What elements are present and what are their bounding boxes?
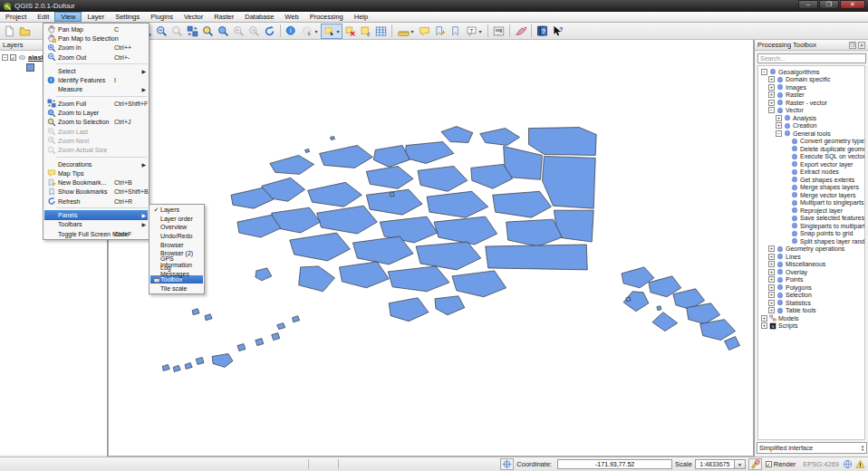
- menu-item-zoom-actual-size[interactable]: Zoom Actual Size: [44, 146, 148, 155]
- map-polygon[interactable]: [256, 268, 272, 281]
- tree-item-singleparts-to-multipart[interactable]: Singleparts to multipart: [758, 222, 864, 230]
- measure-icon[interactable]: ▾: [395, 24, 417, 39]
- map-polygon[interactable]: [270, 155, 314, 174]
- menu-item-zoom-to-selection[interactable]: Zoom to SelectionCtrl+J: [44, 118, 148, 127]
- tree-item-reproject-layer[interactable]: Reproject layer: [758, 207, 864, 215]
- tree-expander[interactable]: −: [768, 107, 775, 113]
- tree-item-raster[interactable]: +Raster: [758, 91, 864, 100]
- tree-expander[interactable]: +: [768, 84, 775, 91]
- map-polygon[interactable]: [506, 219, 563, 246]
- map-polygon[interactable]: [212, 353, 233, 367]
- map-polygon[interactable]: [305, 149, 310, 152]
- tree-expander[interactable]: +: [768, 269, 775, 275]
- menu-item-zoom-last[interactable]: Zoom Last: [44, 127, 148, 136]
- submenu-item-log-messages[interactable]: Log Messages: [150, 266, 203, 275]
- map-polygon[interactable]: [192, 309, 199, 315]
- tree-item-table-tools[interactable]: +Table tools: [758, 307, 864, 315]
- tree-expander[interactable]: +: [761, 315, 767, 322]
- menu-item-panels[interactable]: Panels▶: [44, 210, 148, 219]
- map-polygon[interactable]: [427, 191, 488, 217]
- tree-item-polygons[interactable]: +Polygons: [758, 284, 864, 292]
- menubar-item-raster[interactable]: Raster: [208, 12, 239, 22]
- tree-item-statistics[interactable]: +Statistics: [758, 299, 864, 307]
- menubar-item-vector[interactable]: Vector: [178, 12, 208, 22]
- map-polygon[interactable]: [256, 339, 264, 346]
- tree-item-export-vector-layer[interactable]: Export vector layer: [758, 160, 864, 168]
- attribute-table-icon[interactable]: [373, 24, 389, 39]
- menu-item-decorations[interactable]: Decorations▶: [44, 159, 148, 168]
- tree-expander[interactable]: −: [761, 69, 767, 75]
- menubar-item-plugins[interactable]: Plugins: [145, 12, 178, 22]
- submenu-item-layer-order[interactable]: Layer order: [150, 215, 203, 224]
- select-rubber-icon[interactable]: ▾: [299, 24, 321, 39]
- scale-dropdown-icon[interactable]: ▼: [735, 459, 746, 469]
- map-polygon[interactable]: [237, 215, 281, 237]
- tree-item-snap-points-to-grid[interactable]: Snap points to grid: [758, 230, 864, 238]
- map-polygon[interactable]: [272, 333, 280, 341]
- tree-item-save-selected-features[interactable]: Save selected features: [758, 215, 864, 223]
- map-polygon[interactable]: [277, 323, 285, 330]
- tree-item-analysis[interactable]: +Analysis: [758, 114, 864, 122]
- map-polygon[interactable]: [434, 216, 497, 245]
- layer-symbology-swatch[interactable]: [26, 63, 34, 72]
- map-polygon[interactable]: [435, 296, 465, 315]
- menubar-item-processing[interactable]: Processing: [304, 12, 349, 22]
- zoom-out-icon[interactable]: [154, 24, 169, 39]
- tree-item-merge-shapes-layers[interactable]: Merge shapes layers: [758, 184, 864, 192]
- tree-item-convert-geometry-type[interactable]: Convert geometry type: [758, 138, 864, 146]
- map-polygon[interactable]: [418, 166, 468, 191]
- tree-expander[interactable]: +: [768, 292, 775, 298]
- map-polygon[interactable]: [529, 128, 597, 156]
- map-polygon[interactable]: [373, 145, 410, 167]
- combo-spinner-icon[interactable]: ▲▼: [861, 445, 864, 452]
- submenu-item-browser[interactable]: Browser: [150, 240, 203, 249]
- tree-item-vector[interactable]: −Vector: [758, 107, 864, 115]
- help-contents-icon[interactable]: ?: [535, 24, 550, 39]
- new-bookmark-icon[interactable]: [432, 24, 448, 39]
- menu-item-pan-map-to-selection[interactable]: Pan Map to Selection: [44, 34, 148, 43]
- zoom-full-icon[interactable]: [185, 24, 200, 39]
- map-polygon[interactable]: [308, 182, 362, 207]
- tree-expander[interactable]: +: [768, 76, 775, 82]
- tree-expander[interactable]: +: [768, 284, 775, 291]
- menubar-item-project[interactable]: Project: [0, 12, 32, 22]
- new-project-icon[interactable]: [2, 24, 17, 39]
- tree-item-get-shapes-extents[interactable]: Get shapes extents: [758, 176, 864, 184]
- menubar-item-edit[interactable]: Edit: [32, 12, 54, 22]
- map-polygon[interactable]: [493, 191, 552, 217]
- tree-item-scripts[interactable]: +sScripts: [758, 322, 864, 331]
- tree-item-models[interactable]: +Models: [758, 314, 864, 322]
- menu-item-zoom-to-layer[interactable]: Zoom to Layer: [44, 108, 148, 117]
- menu-item-toggle-full-screen-mode[interactable]: Toggle Full Screen ModeCtrl+F: [44, 229, 148, 238]
- tree-item-multipart-to-singleparts[interactable]: Multipart to singleparts: [758, 199, 864, 207]
- submenu-item-layers[interactable]: ✓Layers: [150, 206, 203, 215]
- identify-icon[interactable]: i: [284, 24, 299, 39]
- tree-expander[interactable]: +: [768, 307, 775, 313]
- panel-float-icon[interactable]: ❐: [849, 42, 856, 49]
- mouse-position-toggle[interactable]: [500, 458, 514, 470]
- crs-globe-icon[interactable]: [843, 459, 853, 469]
- zoom-layer-icon[interactable]: [216, 24, 231, 39]
- map-polygon[interactable]: [205, 314, 212, 321]
- whats-this-icon[interactable]: ?: [550, 24, 565, 39]
- stop-render-button[interactable]: [748, 458, 762, 470]
- menubar-item-web[interactable]: Web: [279, 12, 304, 22]
- deselect-all-icon[interactable]: [342, 24, 358, 39]
- map-polygon[interactable]: [486, 245, 588, 270]
- tree-item-geoalgorithms[interactable]: −Geoalgorithms: [758, 68, 864, 76]
- tree-item-extract-nodes[interactable]: Extract nodes: [758, 168, 864, 177]
- map-polygon[interactable]: [626, 297, 631, 302]
- tree-expander[interactable]: +: [768, 254, 775, 260]
- map-polygon[interactable]: [173, 365, 180, 371]
- maximize-button[interactable]: ❐: [819, 0, 839, 9]
- tree-item-delete-duplicate-geometries[interactable]: Delete duplicate geometries: [758, 145, 864, 153]
- tree-item-merge-vector-layers[interactable]: Merge vector layers: [758, 191, 864, 199]
- tree-expander[interactable]: +: [768, 261, 775, 267]
- tree-item-overlay[interactable]: +Overlay: [758, 268, 864, 276]
- menubar-item-help[interactable]: Help: [349, 12, 373, 22]
- map-polygon[interactable]: [339, 262, 389, 288]
- tree-item-lines[interactable]: +Lines: [758, 253, 864, 261]
- map-polygon[interactable]: [330, 137, 334, 140]
- map-polygon[interactable]: [480, 129, 520, 146]
- menu-item-toolbars[interactable]: Toolbars▶: [44, 220, 148, 229]
